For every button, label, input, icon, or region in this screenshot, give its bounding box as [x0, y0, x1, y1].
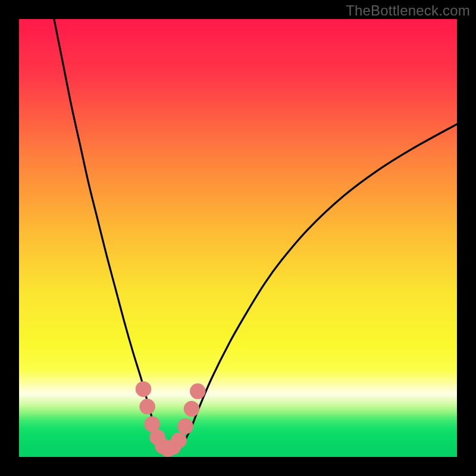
chart-frame: TheBottleneck.com: [0, 0, 476, 476]
plot-area: [19, 19, 457, 457]
highlight-marker: [139, 399, 155, 414]
bottleneck-curve: [54, 19, 457, 450]
highlight-marker: [190, 383, 205, 399]
highlight-marker: [171, 433, 186, 448]
highlight-marker: [177, 418, 193, 434]
curve-layer: [19, 19, 457, 457]
highlight-marker: [136, 381, 151, 397]
watermark-text: TheBottleneck.com: [346, 2, 470, 19]
highlight-marker: [184, 401, 199, 416]
